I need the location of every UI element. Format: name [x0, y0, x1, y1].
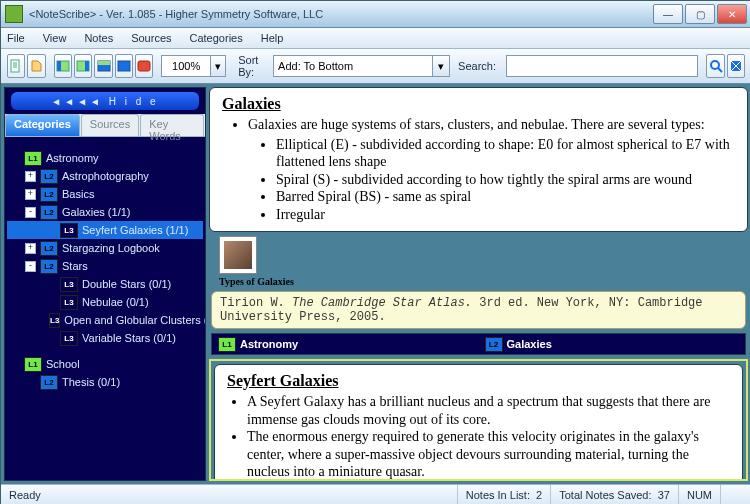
tree-label: Double Stars (0/1) — [82, 278, 171, 290]
sortby-value[interactable]: Add: To Bottom — [273, 55, 433, 77]
search-label: Search: — [458, 60, 496, 72]
layout-4-button[interactable] — [115, 54, 133, 78]
level-badge: L2 — [40, 205, 58, 220]
tree-node[interactable]: L3Open and Globular Clusters (0/1) — [7, 311, 203, 329]
status-ready: Ready — [1, 489, 457, 501]
status-notes-in-list: Notes In List: 2 — [457, 485, 550, 504]
sidebar-tabs: Categories Sources Key Words — [5, 114, 205, 137]
crumb-astronomy[interactable]: L1Astronomy — [212, 334, 479, 354]
selected-note-wrap: Seyfert Galaxies A Seyfert Galaxy has a … — [209, 359, 748, 481]
tree-node[interactable]: L3Nebulae (0/1) — [7, 293, 203, 311]
level-badge: L3 — [60, 295, 78, 310]
tree-node[interactable]: +L2Astrophotography — [7, 167, 203, 185]
tab-sources[interactable]: Sources — [81, 114, 139, 136]
tree-node[interactable]: L1School — [7, 355, 203, 373]
layout-1-button[interactable] — [54, 54, 72, 78]
tree-node[interactable]: L3Seyfert Galaxies (1/1) — [7, 221, 203, 239]
search-button[interactable] — [706, 54, 724, 78]
note-bullet: Irregular — [276, 206, 735, 224]
note-bullet: Barred Spiral (BS) - same as spiral — [276, 188, 735, 206]
app-icon — [5, 5, 23, 23]
resize-grip[interactable] — [720, 485, 750, 504]
menu-categories[interactable]: Categories — [190, 32, 243, 44]
main-pane: Galaxies Galaxies are huge systems of st… — [209, 87, 748, 481]
toolbar-last-button[interactable] — [727, 54, 745, 78]
thumb-caption: Types of Galaxies — [219, 276, 294, 287]
maximize-button[interactable]: ▢ — [685, 4, 715, 24]
sidebar: ◄◄◄◄ H i d e Categories Sources Key Word… — [4, 87, 206, 481]
tree-label: Open and Globular Clusters (0/1) — [64, 314, 205, 326]
note-intro: Galaxies are huge systems of stars, clus… — [248, 117, 705, 132]
tree-label: Nebulae (0/1) — [82, 296, 149, 308]
tab-keywords[interactable]: Key Words — [140, 114, 204, 136]
note-card-galaxies[interactable]: Galaxies Galaxies are huge systems of st… — [209, 87, 748, 232]
collapse-icon[interactable]: - — [25, 207, 36, 218]
note-card-seyfert[interactable]: Seyfert Galaxies A Seyfert Galaxy has a … — [214, 364, 743, 481]
expand-icon[interactable]: + — [25, 189, 36, 200]
crumb-galaxies[interactable]: L2Galaxies — [479, 334, 746, 354]
tree-label: Astrophotography — [62, 170, 149, 182]
tree-node[interactable]: +L2Basics — [7, 185, 203, 203]
close-button[interactable]: ✕ — [717, 4, 747, 24]
status-total-saved: Total Notes Saved: 37 — [550, 485, 678, 504]
svg-point-9 — [711, 61, 719, 69]
layout-3-button[interactable] — [94, 54, 112, 78]
tree-node[interactable]: -L2Stars — [7, 257, 203, 275]
tab-categories[interactable]: Categories — [5, 114, 80, 136]
status-num: NUM — [678, 485, 720, 504]
menubar: File View Notes Sources Categories Help — [1, 28, 750, 49]
note-title: Galaxies — [222, 94, 735, 114]
collapse-icon[interactable]: - — [25, 261, 36, 272]
citation-bar[interactable]: Tirion W. The Cambridge Star Atlas. 3rd … — [211, 291, 746, 329]
menu-view[interactable]: View — [43, 32, 67, 44]
menu-help[interactable]: Help — [261, 32, 284, 44]
sortby-dropdown[interactable]: ▾ — [433, 55, 450, 77]
menu-notes[interactable]: Notes — [84, 32, 113, 44]
sortby-label: Sort By: — [238, 54, 267, 78]
attachment-thumb[interactable]: Types of Galaxies — [209, 236, 748, 287]
svg-rect-4 — [85, 61, 89, 71]
level-badge: L3 — [60, 277, 78, 292]
zoom-value[interactable]: 100% — [161, 55, 211, 77]
minimize-button[interactable]: — — [653, 4, 683, 24]
tree-label: Variable Stars (0/1) — [82, 332, 176, 344]
menu-file[interactable]: File — [7, 32, 25, 44]
tree-node[interactable]: +L2Stargazing Logbook — [7, 239, 203, 257]
tree-label: Astronomy — [46, 152, 99, 164]
note-bullet: Spiral (S) - subdivided according to how… — [276, 171, 735, 189]
tree-label: Galaxies (1/1) — [62, 206, 130, 218]
new-note-button[interactable] — [7, 54, 25, 78]
level-badge: L3 — [60, 331, 78, 346]
expand-icon[interactable]: + — [25, 243, 36, 254]
tree-label: Seyfert Galaxies (1/1) — [82, 224, 188, 236]
note2-title: Seyfert Galaxies — [227, 371, 730, 391]
tree-node[interactable]: -L2Galaxies (1/1) — [7, 203, 203, 221]
tree-node[interactable]: L3Variable Stars (0/1) — [7, 329, 203, 347]
level-badge: L2 — [40, 259, 58, 274]
level-badge: L2 — [40, 169, 58, 184]
svg-rect-2 — [57, 61, 61, 71]
toolbar-red-button[interactable] — [135, 54, 153, 78]
level-badge: L2 — [40, 187, 58, 202]
layout-2-button[interactable] — [74, 54, 92, 78]
level-badge: L3 — [60, 223, 78, 238]
tree-node[interactable]: L3Double Stars (0/1) — [7, 275, 203, 293]
tree-label: School — [46, 358, 80, 370]
hide-sidebar-button[interactable]: ◄◄◄◄ H i d e — [11, 92, 199, 110]
toolbar-button-2[interactable] — [27, 54, 45, 78]
tree-label: Basics — [62, 188, 94, 200]
citation-title: The Cambridge Star Atlas. — [292, 296, 472, 310]
tree-label: Thesis (0/1) — [62, 376, 120, 388]
tree-node[interactable]: L1Astronomy — [7, 149, 203, 167]
note-bullet: The enormous energy required to generate… — [247, 428, 730, 481]
zoom-dropdown[interactable]: ▾ — [211, 55, 226, 77]
tree-node[interactable]: L2Thesis (0/1) — [7, 373, 203, 391]
level-badge-l2: L2 — [485, 337, 503, 352]
category-tree[interactable]: L1Astronomy+L2Astrophotography+L2Basics-… — [5, 137, 205, 480]
search-input[interactable] — [506, 55, 698, 77]
thumb-image[interactable] — [219, 236, 257, 274]
note-bullet: A Seyfert Galaxy has a brilliant nucleus… — [247, 393, 730, 428]
expand-icon[interactable]: + — [25, 171, 36, 182]
menu-sources[interactable]: Sources — [131, 32, 171, 44]
level-badge: L1 — [24, 151, 42, 166]
